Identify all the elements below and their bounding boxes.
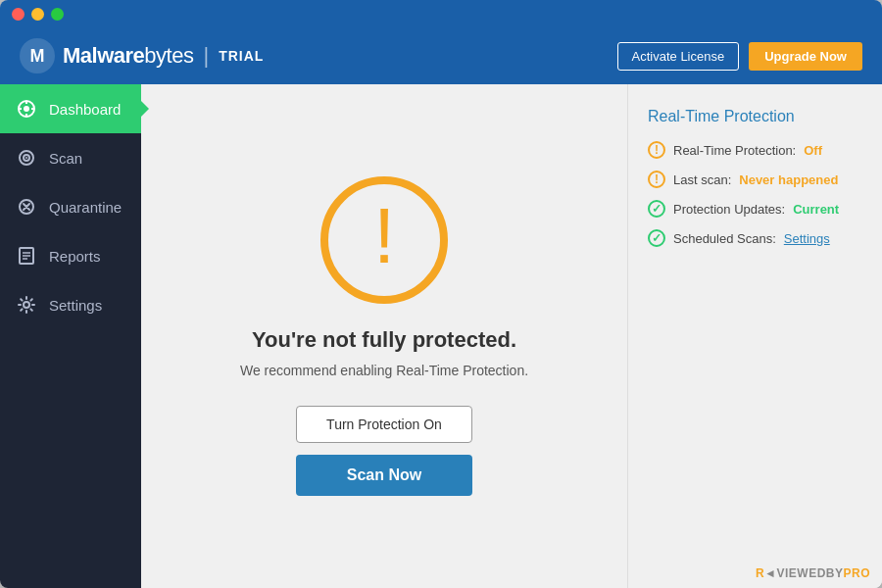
malwarebytes-logo-icon: M	[20, 38, 55, 74]
minimize-button[interactable]	[31, 8, 44, 21]
main-layout: Dashboard Scan	[0, 84, 882, 588]
sidebar-label-settings: Settings	[49, 297, 102, 314]
settings-icon	[16, 294, 37, 316]
rp-value-lastscan: Never happened	[739, 172, 838, 187]
warning-icon-lastscan: !	[648, 171, 665, 188]
header: M Malwarebytes | TRIAL Activate License …	[0, 27, 882, 84]
rp-label-updates: Protection Updates:	[673, 202, 785, 217]
reviewed-r: R	[756, 566, 764, 580]
sidebar-label-dashboard: Dashboard	[49, 101, 121, 118]
dashboard-icon	[16, 98, 37, 120]
svg-point-10	[25, 157, 27, 159]
content-area: ! You're not fully protected. We recomme…	[141, 84, 882, 588]
rp-label-lastscan: Last scan:	[673, 172, 731, 187]
warning-icon-rtp: !	[648, 141, 665, 159]
rp-item-rtp: ! Real-Time Protection: Off	[648, 141, 862, 159]
reviewed-badge: R◄VIEWEDBYPRO	[756, 566, 870, 580]
sidebar-item-scan[interactable]: Scan	[0, 133, 141, 182]
rp-label-scheduled: Scheduled Scans:	[673, 231, 776, 246]
rp-title: Real-Time Protection	[648, 108, 862, 125]
upgrade-now-button[interactable]: Upgrade Now	[749, 42, 862, 71]
rp-item-lastscan: ! Last scan: Never happened	[648, 171, 862, 188]
ok-icon-scheduled: ✓	[648, 229, 665, 247]
sidebar-item-dashboard[interactable]: Dashboard	[0, 84, 141, 133]
logo-area: M Malwarebytes | TRIAL	[20, 38, 617, 74]
svg-point-16	[24, 302, 29, 308]
logo-text: Malwarebytes	[63, 43, 193, 69]
titlebar	[0, 0, 882, 27]
rp-item-updates: ✓ Protection Updates: Current	[648, 200, 862, 218]
right-panel: Real-Time Protection ! Real-Time Protect…	[627, 84, 882, 588]
sidebar-label-quarantine: Quarantine	[49, 199, 122, 216]
activate-license-button[interactable]: Activate License	[617, 42, 740, 71]
svg-point-3	[24, 106, 29, 112]
trial-badge: TRIAL	[219, 48, 264, 64]
exclamation-icon: !	[373, 197, 395, 275]
sidebar-label-scan: Scan	[49, 150, 82, 167]
turn-protection-on-button[interactable]: Turn Protection On	[296, 406, 472, 443]
rp-label-rtp: Real-Time Protection:	[673, 143, 796, 158]
warning-circle: !	[320, 176, 448, 304]
rp-item-scheduled: ✓ Scheduled Scans: Settings	[648, 229, 862, 247]
pro-text: PRO	[843, 566, 870, 580]
reports-icon	[16, 245, 37, 267]
quarantine-icon	[16, 196, 37, 218]
rp-value-rtp: Off	[804, 143, 822, 158]
close-button[interactable]	[12, 8, 24, 21]
svg-text:M: M	[30, 46, 45, 66]
scan-icon	[16, 147, 37, 169]
sidebar-item-settings[interactable]: Settings	[0, 280, 141, 329]
logo-divider: |	[203, 43, 209, 69]
app-window: M Malwarebytes | TRIAL Activate License …	[0, 0, 882, 588]
sidebar: Dashboard Scan	[0, 84, 141, 588]
rp-value-scheduled[interactable]: Settings	[784, 231, 830, 246]
sidebar-label-reports: Reports	[49, 248, 101, 265]
ok-icon-updates: ✓	[648, 200, 665, 218]
main-content: ! You're not fully protected. We recomme…	[141, 84, 627, 588]
main-title: You're not fully protected.	[252, 327, 516, 353]
scan-now-button[interactable]: Scan Now	[296, 455, 472, 496]
main-subtitle: We recommend enabling Real-Time Protecti…	[240, 363, 528, 378]
sidebar-item-reports[interactable]: Reports	[0, 231, 141, 280]
sidebar-item-quarantine[interactable]: Quarantine	[0, 182, 141, 231]
maximize-button[interactable]	[51, 8, 64, 21]
header-buttons: Activate License Upgrade Now	[617, 42, 862, 71]
rp-value-updates: Current	[793, 202, 839, 217]
